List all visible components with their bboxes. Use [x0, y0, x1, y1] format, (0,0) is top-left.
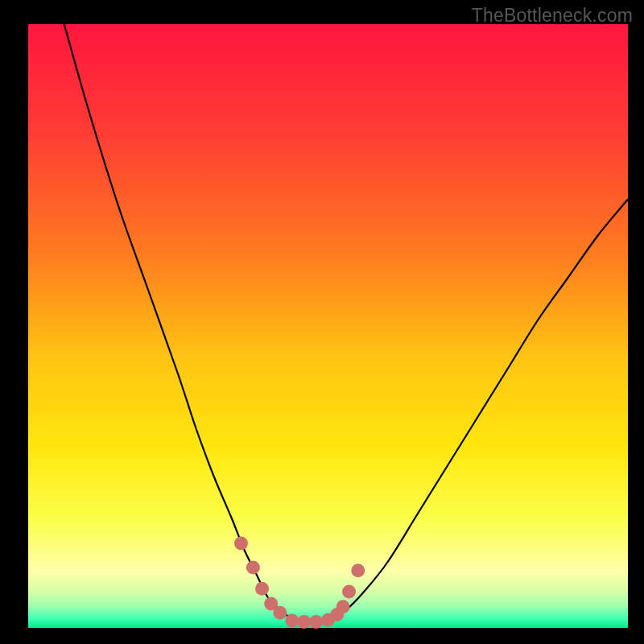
marker-dot — [255, 582, 269, 596]
marker-dot — [351, 564, 365, 577]
marker-dot — [246, 561, 260, 575]
marker-dot — [309, 615, 323, 629]
marker-dot — [297, 615, 311, 629]
chart-stage: TheBottleneck.com — [0, 0, 644, 644]
plot-area — [28, 24, 628, 628]
marker-dot — [234, 537, 248, 551]
marker-dot — [285, 614, 299, 628]
bottleneck-chart — [0, 0, 644, 644]
marker-dot — [342, 585, 356, 599]
marker-dot — [336, 600, 350, 613]
marker-dot — [273, 606, 287, 620]
